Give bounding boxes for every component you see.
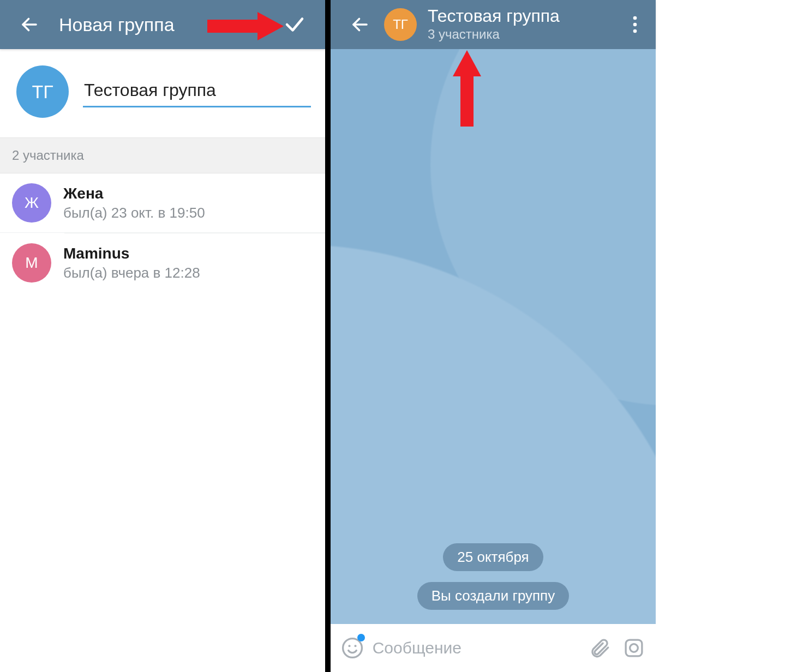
- svg-point-10: [349, 645, 351, 647]
- chat-avatar-initials: ТГ: [393, 17, 408, 32]
- member-status: был(а) вчера в 12:28: [63, 265, 200, 281]
- screen-title: Новая группа: [59, 14, 278, 35]
- check-icon: [283, 13, 306, 36]
- members-count-header: 2 участника: [0, 137, 325, 173]
- group-name-row: ТГ: [0, 49, 325, 137]
- svg-point-13: [630, 644, 638, 652]
- chat-title: Тестовая группа: [428, 7, 560, 26]
- group-chat-screen: ТГ Тестовая группа 3 участника: [331, 0, 656, 672]
- group-avatar[interactable]: ТГ: [16, 65, 69, 118]
- new-group-screen: Новая группа ТГ 2 участника: [0, 0, 325, 672]
- svg-point-9: [343, 639, 362, 658]
- member-status: был(а) 23 окт. в 19:50: [63, 205, 205, 221]
- svg-point-4: [633, 16, 637, 20]
- emoji-button[interactable]: [338, 632, 367, 664]
- group-avatar-initials: ТГ: [32, 81, 53, 103]
- members-list: Ж Жена был(а) 23 окт. в 19:50 M Maminus …: [0, 173, 325, 292]
- chat-background: [331, 49, 656, 624]
- svg-point-5: [633, 23, 637, 27]
- arrow-left-icon: [20, 15, 39, 34]
- member-avatar-initial: M: [25, 254, 38, 272]
- arrow-left-icon: [350, 15, 370, 34]
- emoji-badge-dot: [357, 634, 365, 641]
- camera-square-icon: [622, 637, 645, 659]
- message-composer: [331, 624, 656, 672]
- member-avatar: M: [12, 243, 51, 283]
- attach-button[interactable]: [585, 632, 614, 664]
- topbar-left: Новая группа: [0, 0, 325, 49]
- member-row[interactable]: Ж Жена был(а) 23 окт. в 19:50: [0, 173, 325, 233]
- back-button[interactable]: [347, 11, 373, 38]
- svg-rect-12: [626, 640, 642, 656]
- chat-header-info[interactable]: ТГ Тестовая группа 3 участника: [384, 7, 620, 43]
- more-options-button[interactable]: [620, 9, 650, 40]
- member-avatar-initial: Ж: [25, 194, 39, 212]
- svg-point-6: [633, 29, 637, 33]
- member-avatar: Ж: [12, 183, 51, 223]
- confirm-button[interactable]: [278, 8, 311, 41]
- group-name-input[interactable]: [83, 76, 311, 107]
- chat-messages: 25 октября Вы создали группу: [331, 543, 656, 610]
- member-name: Жена: [63, 185, 205, 202]
- record-button[interactable]: [619, 632, 648, 664]
- chat-subtitle: 3 участника: [428, 26, 560, 43]
- member-row[interactable]: M Maminus был(а) вчера в 12:28: [0, 233, 325, 292]
- member-name: Maminus: [63, 245, 200, 262]
- svg-point-11: [355, 645, 357, 647]
- message-input[interactable]: [373, 639, 580, 657]
- screenshot-divider: [325, 0, 331, 672]
- topbar-right: ТГ Тестовая группа 3 участника: [331, 0, 656, 49]
- chat-area[interactable]: 25 октября Вы создали группу: [331, 49, 656, 624]
- date-badge: 25 октября: [443, 543, 543, 571]
- chat-avatar: ТГ: [384, 8, 417, 41]
- more-vertical-icon: [633, 16, 637, 33]
- blank-area: [656, 0, 791, 672]
- system-message: Вы создали группу: [417, 582, 569, 610]
- back-button[interactable]: [16, 11, 43, 38]
- paperclip-icon: [588, 637, 611, 659]
